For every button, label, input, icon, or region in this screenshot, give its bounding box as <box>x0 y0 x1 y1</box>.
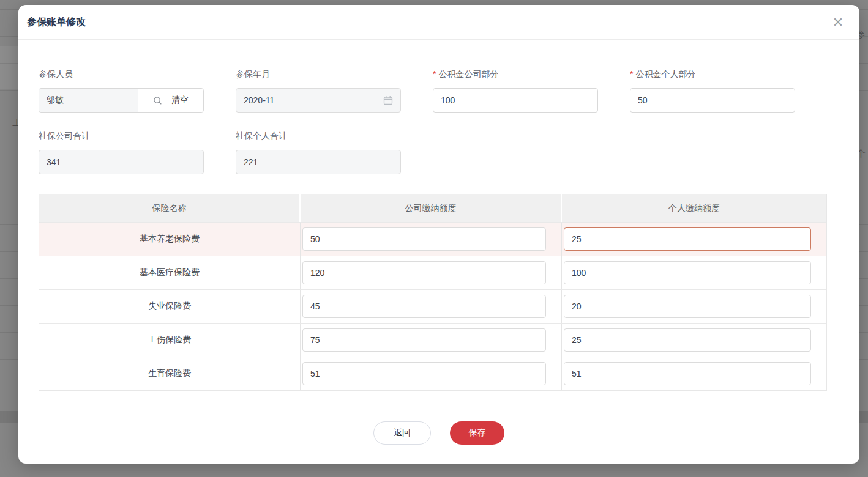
insured-month-field: 参保年月 <box>236 69 401 113</box>
insured-person-actions[interactable]: 清空 <box>138 89 203 112</box>
month-picker-input <box>244 95 383 105</box>
social-company-total-input <box>39 150 204 174</box>
insurance-name: 失业保险费 <box>39 290 301 323</box>
social-personal-total-input <box>236 150 401 174</box>
personal-amount-input[interactable] <box>564 295 811 318</box>
insurance-name: 工伤保险费 <box>39 324 301 357</box>
required-marker: * <box>433 69 436 79</box>
insurance-name: 基本养老保险费 <box>39 223 301 256</box>
fund-company-label-text: 公积金公司部分 <box>438 69 498 79</box>
company-amount-input[interactable] <box>302 295 546 318</box>
clear-button[interactable]: 清空 <box>171 95 189 106</box>
company-amount-cell <box>301 324 562 357</box>
back-button[interactable]: 返回 <box>373 421 431 445</box>
fund-personal-label-text: 公积金个人部分 <box>635 69 695 79</box>
insured-person-label: 参保人员 <box>39 69 204 80</box>
personal-amount-cell <box>562 223 826 256</box>
form-row-2: 社保公司合计 社保个人合计 <box>39 131 839 174</box>
company-amount-input[interactable] <box>302 227 546 251</box>
company-amount-cell <box>301 256 562 289</box>
company-amount-input[interactable] <box>302 362 546 385</box>
company-amount-cell <box>301 290 562 323</box>
table-row: 失业保险费 <box>39 289 826 323</box>
dialog-title: 参保账单修改 <box>27 16 86 29</box>
dialog-header: 参保账单修改 ✕ <box>18 5 859 40</box>
header-company-amount: 公司缴纳额度 <box>301 194 562 222</box>
fund-company-field: *公积金公司部分 <box>433 69 598 113</box>
search-icon[interactable] <box>153 96 162 105</box>
fund-personal-input[interactable] <box>630 88 795 113</box>
personal-amount-cell <box>562 357 826 390</box>
form-row-1: 参保人员 清空 参保年月 <box>39 69 839 113</box>
fund-personal-field: *公积金个人部分 <box>630 69 795 113</box>
insurance-bill-edit-dialog: 参保账单修改 ✕ 参保人员 清空 参保年 <box>18 5 859 464</box>
social-company-total-field: 社保公司合计 <box>39 131 204 174</box>
close-icon[interactable]: ✕ <box>829 13 847 32</box>
company-amount-cell <box>301 357 562 390</box>
insurance-name: 生育保险费 <box>39 357 301 390</box>
personal-amount-input[interactable] <box>564 328 811 352</box>
insured-person-input <box>39 89 138 112</box>
table-row: 生育保险费 <box>39 357 826 390</box>
insured-person-combo: 清空 <box>39 88 204 113</box>
month-picker <box>236 88 401 113</box>
personal-amount-cell <box>562 324 826 357</box>
save-button[interactable]: 保存 <box>450 421 504 445</box>
insurance-table: 保险名称 公司缴纳额度 个人缴纳额度 基本养老保险费 基本医疗保险费 <box>39 194 827 391</box>
social-personal-total-label: 社保个人合计 <box>236 131 401 142</box>
social-company-total-label: 社保公司合计 <box>39 131 204 142</box>
personal-amount-cell <box>562 256 826 289</box>
fund-company-input[interactable] <box>433 88 598 113</box>
calendar-icon <box>383 95 393 105</box>
social-personal-total-field: 社保个人合计 <box>236 131 401 174</box>
company-amount-input[interactable] <box>302 261 546 284</box>
dialog-footer: 返回 保存 <box>39 421 839 445</box>
header-insurance-name: 保险名称 <box>39 194 301 222</box>
table-header-row: 保险名称 公司缴纳额度 个人缴纳额度 <box>39 194 826 222</box>
personal-amount-cell <box>562 290 826 323</box>
personal-amount-input[interactable] <box>564 362 811 385</box>
company-amount-input[interactable] <box>302 328 546 352</box>
table-row: 基本医疗保险费 <box>39 256 826 289</box>
insured-month-label: 参保年月 <box>236 69 401 80</box>
fund-company-label: *公积金公司部分 <box>433 69 598 80</box>
company-amount-cell <box>301 223 562 256</box>
insurance-name: 基本医疗保险费 <box>39 256 301 289</box>
dialog-body: 参保人员 清空 参保年月 <box>18 40 859 445</box>
table-row: 工伤保险费 <box>39 323 826 357</box>
required-marker: * <box>630 69 633 79</box>
personal-amount-input[interactable] <box>564 261 811 284</box>
header-personal-amount: 个人缴纳额度 <box>562 194 826 222</box>
table-row: 基本养老保险费 <box>39 222 826 256</box>
fund-personal-label: *公积金个人部分 <box>630 69 795 80</box>
backdrop-band <box>0 46 18 89</box>
insured-person-field: 参保人员 清空 <box>39 69 204 113</box>
personal-amount-input[interactable] <box>564 227 811 251</box>
